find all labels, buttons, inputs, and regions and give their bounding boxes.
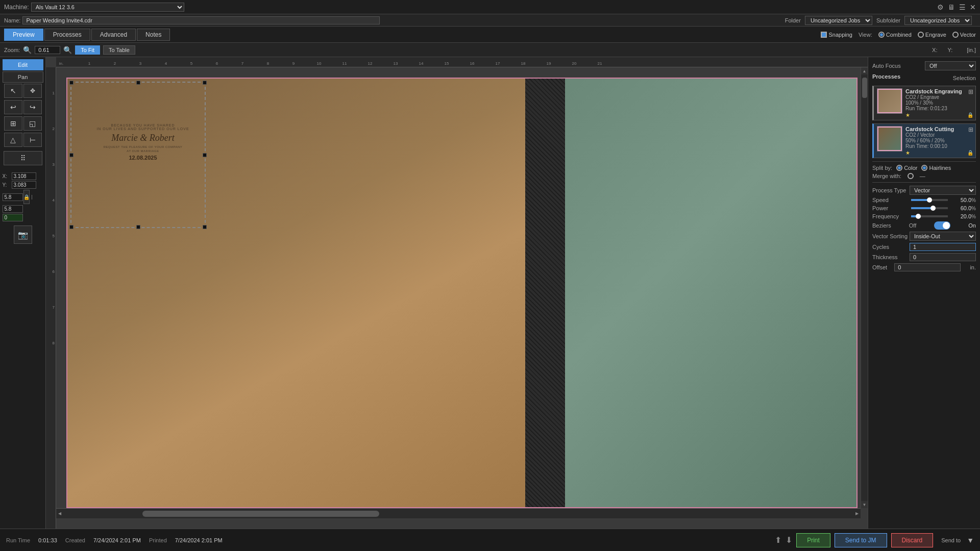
process-edit-icon-engraving[interactable]: ⊞: [968, 88, 973, 95]
split-color-radio[interactable]: [896, 165, 902, 171]
selection-label[interactable]: Selection: [953, 75, 976, 81]
speed-thumb[interactable]: [927, 197, 932, 203]
handle-bm[interactable]: [136, 225, 140, 229]
ruler-h-16: 16: [470, 61, 475, 66]
offset-input[interactable]: [894, 263, 961, 271]
process-edit-icon-cutting[interactable]: ⊞: [968, 126, 973, 133]
handle-bl[interactable]: [69, 225, 74, 229]
view-engrave[interactable]: Engrave: [918, 32, 946, 38]
beziers-toggle[interactable]: [934, 221, 950, 230]
handle-ml[interactable]: [69, 153, 74, 157]
x-coord-label: X:: [932, 47, 937, 53]
zoom-input[interactable]: [35, 46, 60, 54]
merge-with-radio[interactable]: [908, 173, 914, 179]
subfolder-select[interactable]: Uncategorized Jobs: [904, 16, 972, 25]
handle-tm[interactable]: [136, 81, 140, 85]
pan-button[interactable]: Pan: [3, 71, 43, 83]
send-to-arrow[interactable]: ▼: [967, 536, 974, 544]
split-hairlines-radio[interactable]: [921, 165, 927, 171]
process-lock-icon-engraving[interactable]: 🔒: [967, 112, 973, 118]
view-vector-radio[interactable]: [952, 32, 959, 38]
h-field-input[interactable]: [3, 205, 23, 213]
ruler-h-9: 9: [292, 61, 295, 66]
speed-track[interactable]: [911, 199, 948, 201]
upload-icon[interactable]: ⬆: [775, 535, 781, 545]
scroll-right-arrow[interactable]: ▶: [853, 511, 861, 516]
canvas-background: BECAUSE YOU HAVE SHARED IN OUR LIVES AND…: [66, 78, 857, 508]
x-field-label: X:: [3, 173, 12, 179]
zoom-bar: Zoom: 🔍 🔍 To Fit To Table X: Y: [in.]: [0, 43, 980, 57]
process-card-engraving[interactable]: Cardstock Engraving CO2 / Engrave 100% /…: [872, 86, 976, 120]
scroll-left-arrow[interactable]: ◀: [56, 511, 63, 516]
frequency-thumb[interactable]: [916, 214, 921, 219]
view-vector[interactable]: Vector: [952, 32, 976, 38]
name-input[interactable]: [22, 16, 380, 24]
ruler-h-14: 14: [419, 61, 424, 66]
split-hairlines-option[interactable]: Hairlines: [921, 165, 951, 171]
ruler-horizontal: in. 1 2 3 4 5 6 7 8 9 10 11 12 13 14 15 …: [56, 57, 868, 67]
extra-field-input[interactable]: [3, 214, 23, 221]
scrollbar-h-thumb[interactable]: [142, 511, 379, 517]
rulers-icon[interactable]: ⊢: [23, 133, 42, 147]
hand-icon[interactable]: ✥: [23, 84, 42, 98]
view-combined[interactable]: Combined: [878, 32, 912, 38]
tab-notes[interactable]: Notes: [137, 29, 170, 41]
pointer-icon[interactable]: ↖: [4, 84, 22, 98]
handle-tl[interactable]: [69, 81, 74, 85]
tab-processes[interactable]: Processes: [44, 29, 90, 41]
send-to-jm-button[interactable]: Send to JM: [835, 533, 887, 547]
machine-select[interactable]: Als Vault 12 3.6: [31, 3, 184, 12]
scroll-up-arrow[interactable]: ▲: [861, 67, 868, 74]
tab-advanced[interactable]: Advanced: [91, 29, 136, 41]
scroll-down-arrow[interactable]: ▼: [861, 501, 868, 508]
to-table-button[interactable]: To Table: [103, 45, 135, 55]
snapping-checkbox[interactable]: [821, 32, 827, 38]
discard-button[interactable]: Discard: [891, 533, 934, 547]
cycles-input[interactable]: [910, 243, 976, 251]
power-thumb[interactable]: [930, 206, 936, 211]
dots-grid-icon[interactable]: ⠿: [4, 151, 42, 165]
grid-icon[interactable]: ⊞: [4, 116, 22, 131]
w-field-input[interactable]: [3, 193, 23, 201]
frequency-track[interactable]: [911, 215, 948, 217]
run-time-label: Run Time: [6, 537, 30, 543]
triangle-icon[interactable]: △: [4, 133, 22, 147]
thickness-input[interactable]: [910, 253, 976, 261]
y-field-input[interactable]: [12, 181, 36, 189]
tab-preview[interactable]: Preview: [4, 29, 43, 41]
redo-icon[interactable]: ↪: [23, 100, 42, 114]
to-fit-button[interactable]: To Fit: [75, 45, 100, 55]
process-type-select[interactable]: Vector: [910, 186, 976, 195]
auto-focus-select[interactable]: Off: [925, 61, 976, 70]
frequency-label: Frequency: [872, 213, 908, 219]
view-combined-radio[interactable]: [878, 32, 885, 38]
download-icon[interactable]: ⬇: [786, 535, 792, 545]
split-color-option[interactable]: Color: [896, 165, 917, 171]
lock-icon[interactable]: 🔒: [23, 190, 30, 204]
camera-icon[interactable]: 📷: [14, 226, 32, 244]
frequency-pct: %: [971, 214, 976, 219]
print-button[interactable]: Print: [796, 533, 830, 547]
vector-sorting-select[interactable]: Inside-Out Optimized Order: [910, 232, 976, 241]
power-track[interactable]: [911, 207, 948, 209]
scrollbar-horizontal[interactable]: ◀ ▶: [56, 508, 861, 518]
snapping-option[interactable]: Snapping: [821, 32, 852, 38]
edit-button[interactable]: Edit: [3, 59, 43, 70]
scrollbar-v-thumb[interactable]: [862, 78, 867, 98]
invite-line3: REQUEST THE PLEASURE OF YOUR COMPANY: [92, 145, 194, 148]
x-field-input[interactable]: [12, 172, 36, 180]
undo-icon[interactable]: ↩: [4, 100, 22, 114]
zoom-out-icon[interactable]: 🔍: [23, 46, 32, 54]
handle-mr[interactable]: [203, 153, 207, 157]
handle-br[interactable]: [203, 225, 207, 229]
canvas-area[interactable]: BECAUSE YOU HAVE SHARED IN OUR LIVES AND…: [56, 67, 868, 518]
process-card-cutting[interactable]: Cardstock Cutting CO2 / Vector 50% / 60%…: [872, 123, 976, 158]
ruler-v-1: 1: [53, 91, 55, 95]
folder-select[interactable]: Uncategorized Jobs: [805, 16, 872, 25]
view-engrave-radio[interactable]: [918, 32, 924, 38]
shape-icon[interactable]: ◱: [23, 116, 42, 131]
zoom-in-icon[interactable]: 🔍: [63, 46, 72, 54]
process-lock-icon-cutting[interactable]: 🔒: [967, 150, 973, 156]
scrollbar-vertical[interactable]: ▲ ▼: [861, 67, 868, 508]
handle-tr[interactable]: [203, 81, 207, 85]
